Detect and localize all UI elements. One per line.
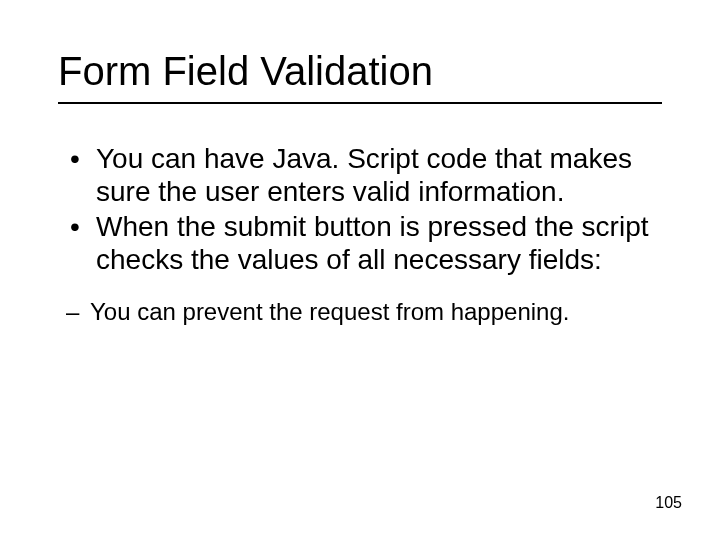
bullet-list: You can have Java. Script code that make… [58, 142, 662, 276]
slide-body: You can have Java. Script code that make… [58, 142, 662, 327]
sub-bullet-list: You can prevent the request from happeni… [58, 298, 662, 327]
slide-title: Form Field Validation [58, 48, 662, 94]
bullet-item: When the submit button is pressed the sc… [96, 210, 662, 276]
slide: Form Field Validation You can have Java.… [0, 0, 720, 540]
bullet-item: You can have Java. Script code that make… [96, 142, 662, 208]
page-number: 105 [655, 494, 682, 512]
title-underline [58, 102, 662, 104]
sub-bullet-item: You can prevent the request from happeni… [90, 298, 662, 327]
